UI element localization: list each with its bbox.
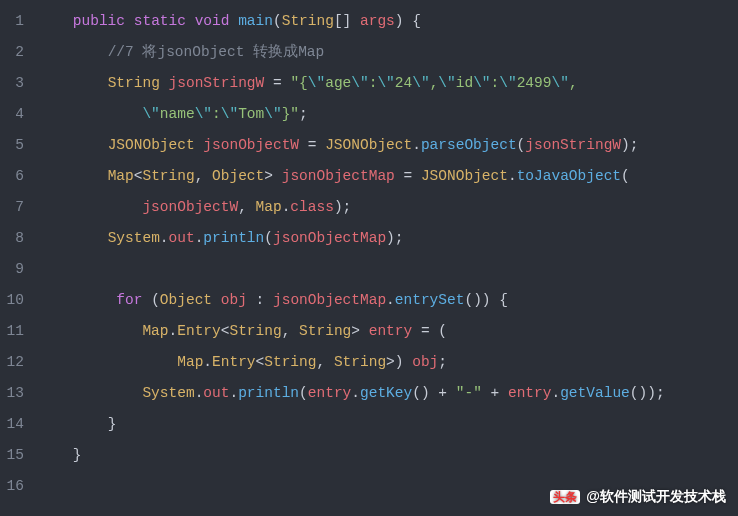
- code-content: }: [38, 409, 116, 440]
- line-number: 2: [0, 37, 38, 68]
- line-number: 10: [0, 285, 38, 316]
- line-number: 5: [0, 130, 38, 161]
- code-line: 5 JSONObject jsonObjectW = JSONObject.pa…: [0, 130, 738, 161]
- code-content: JSONObject jsonObjectW = JSONObject.pars…: [38, 130, 638, 161]
- code-content: public static void main(String[] args) {: [38, 6, 421, 37]
- code-content: String jsonStringW = "{\"age\":\"24\",\"…: [38, 68, 578, 99]
- line-number: 13: [0, 378, 38, 409]
- code-line: 9: [0, 254, 738, 285]
- line-number: 16: [0, 471, 38, 502]
- code-line: 7 jsonObjectW, Map.class);: [0, 192, 738, 223]
- code-line: 3 String jsonStringW = "{\"age\":\"24\",…: [0, 68, 738, 99]
- code-line: 8 System.out.println(jsonObjectMap);: [0, 223, 738, 254]
- code-content: jsonObjectW, Map.class);: [38, 192, 351, 223]
- code-line: 15 }: [0, 440, 738, 471]
- watermark-handle: @软件测试开发技术栈: [586, 488, 726, 506]
- line-number: 7: [0, 192, 38, 223]
- code-content: for (Object obj : jsonObjectMap.entrySet…: [38, 285, 508, 316]
- code-line: 4 \"name\":\"Tom\"}";: [0, 99, 738, 130]
- code-content: Map.Entry<String, String> entry = (: [38, 316, 447, 347]
- line-number: 3: [0, 68, 38, 99]
- code-content: Map<String, Object> jsonObjectMap = JSON…: [38, 161, 630, 192]
- line-number: 14: [0, 409, 38, 440]
- code-line: 11 Map.Entry<String, String> entry = (: [0, 316, 738, 347]
- code-content: Map.Entry<String, String>) obj;: [38, 347, 447, 378]
- line-number: 1: [0, 6, 38, 37]
- line-number: 6: [0, 161, 38, 192]
- code-content: }: [38, 440, 82, 471]
- line-number: 15: [0, 440, 38, 471]
- line-number: 9: [0, 254, 38, 285]
- watermark: 头条 @软件测试开发技术栈: [550, 488, 726, 506]
- line-number: 12: [0, 347, 38, 378]
- code-line: 2 //7 将jsonObject 转换成Map: [0, 37, 738, 68]
- code-editor: 1 public static void main(String[] args)…: [0, 0, 738, 502]
- code-line: 12 Map.Entry<String, String>) obj;: [0, 347, 738, 378]
- code-line: 10 for (Object obj : jsonObjectMap.entry…: [0, 285, 738, 316]
- line-number: 11: [0, 316, 38, 347]
- code-content: System.out.println(jsonObjectMap);: [38, 223, 404, 254]
- line-number: 8: [0, 223, 38, 254]
- code-line: 13 System.out.println(entry.getKey() + "…: [0, 378, 738, 409]
- code-content: \"name\":\"Tom\"}";: [38, 99, 308, 130]
- code-line: 6 Map<String, Object> jsonObjectMap = JS…: [0, 161, 738, 192]
- code-content: //7 将jsonObject 转换成Map: [38, 37, 324, 68]
- watermark-badge: 头条: [550, 490, 580, 504]
- code-line: 1 public static void main(String[] args)…: [0, 6, 738, 37]
- line-number: 4: [0, 99, 38, 130]
- code-line: 14 }: [0, 409, 738, 440]
- code-content: System.out.println(entry.getKey() + "-" …: [38, 378, 665, 409]
